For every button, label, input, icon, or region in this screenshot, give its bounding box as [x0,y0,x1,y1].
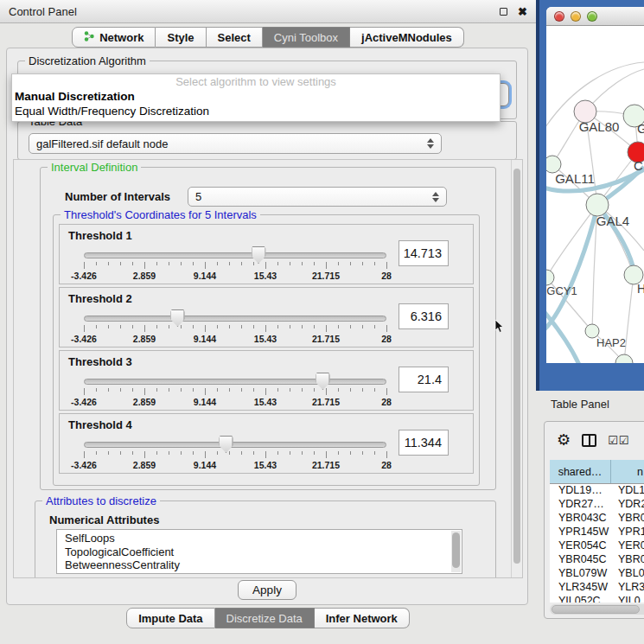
threshold-value[interactable]: 11.344 [399,430,449,456]
list-scrollbar[interactable] [451,531,461,572]
threshold-value[interactable]: 14.713 [399,240,449,266]
scrollbar-thumb[interactable] [452,532,460,568]
num-intervals-combobox[interactable]: 5 [188,187,447,207]
table-row[interactable]: YPR145WYPR1 [550,526,644,539]
threshold-value[interactable]: 21.4 [399,367,449,392]
column-header[interactable]: shared… [550,460,611,483]
table-row[interactable]: YLR345WYLR3 [550,581,644,595]
slider-track [84,379,386,385]
control-panel-titlebar: Control Panel ✖ [0,0,536,23]
tab-style[interactable]: Style [156,27,206,48]
checkboxes-icon[interactable]: ☑☑ [608,434,629,447]
panel-scrollbar[interactable] [511,160,522,577]
threshold-slider[interactable]: -3.4262.8599.14415.4321.71528 [84,372,386,408]
tick-mark [205,325,206,332]
threshold-slider[interactable]: -3.4262.8599.14415.4321.71528 [84,245,386,282]
tab-cyni-toolbox[interactable]: Cyni Toolbox [263,27,350,48]
table-toolbar: ⚙ ☑☑ [545,422,644,458]
tab-impute-data[interactable]: Impute Data [126,608,214,628]
cell-name: YBR0 [611,512,644,526]
network-view-frame: GAL80GCGAL11GAL4HGCY1HAP2 [536,0,644,391]
table-row[interactable]: YIL052CYIL0 [550,595,644,603]
tick-mark [374,451,375,455]
close-icon[interactable]: ✖ [518,6,527,17]
table-data-value: galFiltered.sif default node [36,137,168,150]
slider-thumb[interactable] [170,309,185,327]
tick-mark [120,262,121,265]
tick-label: 9.144 [194,334,216,344]
tick-mark [362,262,363,265]
slider-thumb[interactable] [252,246,266,264]
cell-shared-name: YLR345W [550,581,611,595]
table-row[interactable]: YDR27…YDR2 [550,498,644,512]
table-row[interactable]: YER054CYER0 [550,539,644,553]
tick-mark [277,451,278,455]
network-node-gcy1[interactable] [546,270,554,285]
list-item[interactable]: BetweennessCentrality [65,558,462,572]
tick-mark [362,325,363,328]
cell-shared-name: YBR043C [550,512,611,526]
attributes-list[interactable]: SelfLoopsTopologicalCoefficientBetweenne… [56,529,462,574]
minimize-button[interactable] [571,11,581,22]
tick-mark [277,388,278,392]
cell-shared-name: YDL19… [550,484,611,498]
table-row[interactable]: YDL19…YDL1 [550,484,644,498]
tick-label: -3.426 [71,271,97,281]
list-item[interactable]: TopologicalCoefficient [65,545,462,559]
threshold-value[interactable]: 6.316 [399,303,449,329]
tick-mark [132,325,133,328]
gear-icon[interactable]: ⚙ [557,432,571,448]
cell-shared-name: YDR27… [550,498,611,512]
scrollbar-thumb[interactable] [552,605,640,614]
tick-mark [193,262,194,265]
tab-discretize-data[interactable]: Discretize Data [215,608,315,628]
tick-mark [132,388,133,392]
apply-button[interactable]: Apply [238,580,296,600]
tick-mark [229,262,230,265]
threshold-label: Threshold 1 [68,229,132,242]
table-row[interactable]: YBR045CYBR0 [550,553,644,567]
tick-mark [108,388,109,392]
cell-name: YIL0 [611,595,644,603]
tick-mark [290,388,290,392]
network-node-gal11[interactable] [546,156,561,173]
threshold-slider[interactable]: -3.4262.8599.14415.4321.71528 [84,435,386,471]
split-view-icon[interactable] [582,434,596,447]
column-header[interactable]: n [611,460,644,483]
node-table: shared… n YDL19…YDL1YDR27…YDR2YBR043CYBR… [550,460,644,603]
slider-thumb[interactable] [316,373,330,390]
table-data-combobox[interactable]: galFiltered.sif default node [29,133,442,154]
tab-jactivemnodules[interactable]: jActiveMNodules [350,27,464,48]
dropdown-option-equal-width-frequency-discretization[interactable]: Equal Width/Frequency Discretization [12,104,500,118]
threshold-slider[interactable]: -3.4262.8599.14415.4321.71528 [84,309,386,345]
float-icon[interactable] [500,8,507,16]
table-row[interactable]: YBR043CYBR0 [550,512,644,526]
tick-label: 9.144 [194,271,216,281]
table-row[interactable]: YBL079WYBL0 [550,567,644,581]
list-item[interactable]: SelfLoops [65,532,462,545]
close-button[interactable] [554,11,564,22]
cell-name: YPR1 [611,526,644,539]
slider-thumb[interactable] [219,436,233,453]
table-h-scrollbar[interactable] [550,604,644,615]
threshold-panel: Threshold 1-3.4262.8599.14415.4321.71528… [59,224,474,284]
tab-network[interactable]: Network [72,27,156,48]
tick-mark [265,451,266,458]
tick-mark [350,325,351,328]
table-panel-window: ⚙ ☑☑ shared… n YDL19…YDL1YDR27…YDR2YBR04… [544,421,644,619]
network-canvas[interactable]: GAL80GCGAL11GAL4HGCY1HAP2 [546,26,644,363]
network-edge[interactable] [624,275,634,363]
network-edge[interactable] [546,207,597,330]
tab-select[interactable]: Select [207,27,263,48]
tick-mark [84,262,85,269]
tick-mark [169,388,169,392]
tab-infer-network[interactable]: Infer Network [315,608,410,628]
cell-name: YBR0 [611,553,644,567]
dropdown-option-manual-discretization[interactable]: Manual Discretization [12,89,500,104]
tick-mark [290,262,290,265]
zoom-button[interactable] [587,11,597,22]
scrollbar-thumb[interactable] [513,169,520,564]
panel-title: Control Panel [9,5,500,18]
group-title: Threshold's Coordinates for 5 Intervals [61,208,260,221]
tick-label: 9.144 [194,397,216,407]
